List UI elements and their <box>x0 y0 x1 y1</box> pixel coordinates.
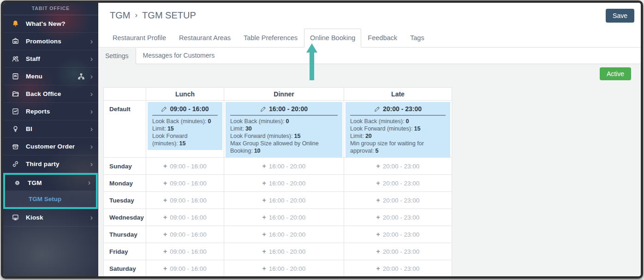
sidebar-item-tgm-setup[interactable]: TGM Setup <box>5 191 96 207</box>
tab-messages-for-customers[interactable]: Messages for Customers <box>136 48 222 64</box>
default-late-slot[interactable]: 20:00 - 23:00 Look Back (minutes):0 Look… <box>346 102 450 157</box>
sunday-late-slot[interactable]: +20:00 - 23:00 <box>344 158 452 175</box>
slot-detail: Limit:20 <box>350 132 446 140</box>
friday-late-slot[interactable]: +20:00 - 23:00 <box>344 243 452 260</box>
schedule-default-row: Default 09:00 - 16:00 Look Back (minutes… <box>104 101 452 158</box>
schedule-header-late: Late <box>344 88 452 101</box>
slot-time-heading: 16:00 - 20:00 <box>230 105 338 113</box>
sub-tabs: Settings Messages for Customers <box>98 48 641 64</box>
row-label-wednesday: Wednesday <box>104 209 146 226</box>
default-lunch-slot[interactable]: 09:00 - 16:00 Look Back (minutes):0 Limi… <box>148 102 222 150</box>
tab-restaurant-profile[interactable]: Restaurant Profile <box>106 29 173 47</box>
schedule-day-row: Tuesday +09:00 - 16:00 +16:00 - 20:00 +2… <box>104 192 452 209</box>
saturday-late-slot[interactable]: +20:00 - 23:00 <box>344 260 452 277</box>
people-icon <box>11 55 20 63</box>
edit-pencil-icon <box>374 106 380 112</box>
sidebar-item-menu[interactable]: Menu › <box>3 68 98 85</box>
wednesday-late-slot[interactable]: +20:00 - 23:00 <box>344 209 452 226</box>
row-label-default: Default <box>104 101 146 158</box>
sidebar-item-customer-order[interactable]: Customer Order › <box>3 138 98 155</box>
chevron-right-icon: › <box>90 73 93 80</box>
kiosk-icon <box>11 214 20 221</box>
add-slot-icon: + <box>163 179 167 187</box>
sidebar-item-promotions[interactable]: Promotions › <box>3 33 98 50</box>
report-chart-icon <box>11 107 20 115</box>
schedule-day-row: Thursday +09:00 - 16:00 +16:00 - 20:00 +… <box>104 226 452 243</box>
add-slot-icon: + <box>262 214 266 221</box>
breadcrumb-tgm[interactable]: TGM <box>110 10 130 21</box>
saturday-dinner-slot[interactable]: +16:00 - 20:00 <box>224 260 344 277</box>
menu-board-icon <box>11 72 20 80</box>
sidebar-item-kiosk[interactable]: Kiosk › <box>3 209 98 226</box>
default-dinner-slot[interactable]: 16:00 - 20:00 Look Back (minutes):0 Limi… <box>226 102 342 157</box>
tab-online-booking[interactable]: Online Booking <box>304 29 361 48</box>
tab-tags[interactable]: Tags <box>404 29 431 47</box>
sidebar-item-reports[interactable]: Reports › <box>3 103 98 120</box>
breadcrumb-tgm-setup: TGM SETUP <box>142 10 196 21</box>
tuesday-dinner-slot[interactable]: +16:00 - 20:00 <box>224 192 344 209</box>
wednesday-dinner-slot[interactable]: +16:00 - 20:00 <box>224 209 344 226</box>
sidebar: TABIT OFFICE What's New? Promotions › St… <box>3 3 98 276</box>
booking-schedule-table: Lunch Dinner Late Default 09:00 - 16:00 <box>103 87 452 277</box>
slot-detail: Look Back (minutes):0 <box>152 118 218 125</box>
friday-dinner-slot[interactable]: +16:00 - 20:00 <box>224 243 344 260</box>
divider <box>230 115 338 116</box>
sidebar-item-third-party[interactable]: Third party › <box>3 155 98 173</box>
add-slot-icon: + <box>376 214 380 221</box>
thursday-lunch-slot[interactable]: +09:00 - 16:00 <box>146 226 224 243</box>
slot-time-heading: 20:00 - 23:00 <box>350 105 446 113</box>
chevron-right-icon: › <box>90 161 93 168</box>
chevron-right-icon: › <box>90 38 93 45</box>
add-slot-icon: + <box>262 231 266 238</box>
row-label-monday: Monday <box>104 175 146 192</box>
chevron-right-icon: › <box>90 125 93 133</box>
sidebar-item-whats-new[interactable]: What's New? <box>3 15 98 33</box>
slot-detail: Look Back (minutes):0 <box>350 118 446 125</box>
breadcrumb: TGM › TGM SETUP <box>110 10 196 21</box>
tab-table-preferences[interactable]: Table Preferences <box>237 29 304 47</box>
add-slot-icon: + <box>163 197 167 204</box>
tab-feedback[interactable]: Feedback <box>361 29 404 47</box>
thursday-dinner-slot[interactable]: +16:00 - 20:00 <box>224 226 344 243</box>
app-window: TABIT OFFICE What's New? Promotions › St… <box>1 0 643 279</box>
monday-dinner-slot[interactable]: +16:00 - 20:00 <box>224 175 344 192</box>
sidebar-item-staff[interactable]: Staff › <box>3 50 98 68</box>
sunday-dinner-slot[interactable]: +16:00 - 20:00 <box>224 158 344 175</box>
tab-restaurant-areas[interactable]: Restaurant Areas <box>173 29 237 47</box>
sunday-lunch-slot[interactable]: +09:00 - 16:00 <box>146 158 224 175</box>
tuesday-late-slot[interactable]: +20:00 - 23:00 <box>344 192 452 209</box>
tuesday-lunch-slot[interactable]: +09:00 - 16:00 <box>146 192 224 209</box>
monday-late-slot[interactable]: +20:00 - 23:00 <box>344 175 452 192</box>
tab-settings[interactable]: Settings <box>98 48 136 64</box>
saturday-lunch-slot[interactable]: +09:00 - 16:00 <box>146 260 224 277</box>
takeout-box-icon <box>11 143 20 150</box>
slot-detail: Look Forward (minutes):15 <box>230 132 338 140</box>
add-slot-icon: + <box>163 231 167 238</box>
schedule-day-row: Friday +09:00 - 16:00 +16:00 - 20:00 +20… <box>104 243 452 260</box>
link-icon <box>11 160 20 168</box>
bell-icon <box>11 20 20 28</box>
folder-icon <box>11 90 20 98</box>
screenshot: TABIT OFFICE What's New? Promotions › St… <box>0 0 644 280</box>
add-slot-icon: + <box>376 162 380 170</box>
settings-content: Active Lunch Dinner Late Default <box>98 64 641 277</box>
add-slot-icon: + <box>376 231 380 238</box>
sidebar-item-back-office[interactable]: Back Office › <box>3 85 98 103</box>
active-status-button[interactable]: Active <box>600 67 631 80</box>
sidebar-item-tgm[interactable]: TGM › <box>5 175 96 191</box>
row-label-saturday: Saturday <box>104 260 146 277</box>
slot-detail: Look Back (minutes):0 <box>230 118 338 125</box>
thursday-late-slot[interactable]: +20:00 - 23:00 <box>344 226 452 243</box>
monday-lunch-slot[interactable]: +09:00 - 16:00 <box>146 175 224 192</box>
sidebar-item-bi[interactable]: BI › <box>3 120 98 138</box>
wednesday-lunch-slot[interactable]: +09:00 - 16:00 <box>146 209 224 226</box>
brand-title: TABIT OFFICE <box>3 3 98 15</box>
lightbulb-icon <box>11 125 20 133</box>
chevron-right-icon: › <box>90 214 93 221</box>
schedule-header-dinner: Dinner <box>224 88 344 101</box>
friday-lunch-slot[interactable]: +09:00 - 16:00 <box>146 243 224 260</box>
save-button[interactable]: Save <box>606 9 634 23</box>
slot-detail: Look Forward (minutes):15 <box>350 125 446 132</box>
schedule-day-row: Wednesday +09:00 - 16:00 +16:00 - 20:00 … <box>104 209 452 226</box>
add-slot-icon: + <box>262 179 266 187</box>
